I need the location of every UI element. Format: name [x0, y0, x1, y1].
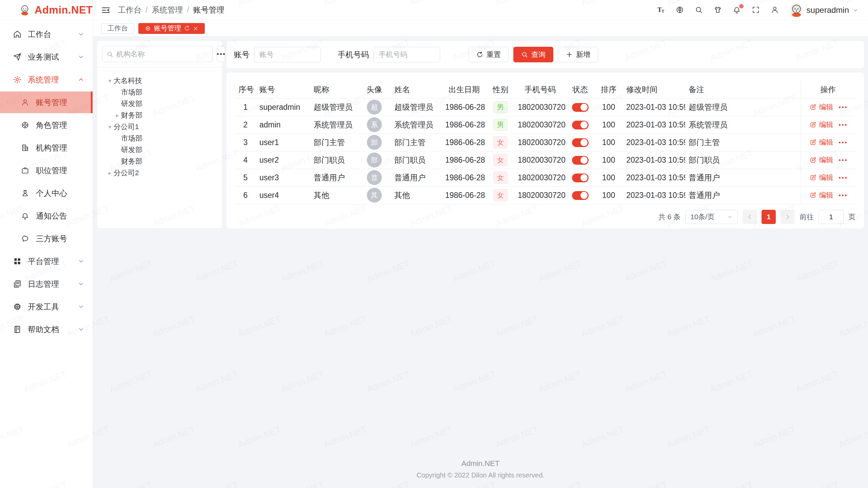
sidebar-subitem-1[interactable]: 角色管理	[0, 114, 93, 136]
breadcrumb-item[interactable]: 账号管理	[193, 5, 224, 15]
nickname-cell: 其他	[310, 186, 358, 204]
avatar: 其	[367, 188, 382, 203]
person-icon[interactable]	[771, 6, 780, 15]
sidebar-subitem-0[interactable]: 账号管理	[0, 92, 93, 113]
tree-node-研发部[interactable]: 研发部	[100, 144, 219, 156]
tree-node-市场部[interactable]: 市场部	[100, 133, 219, 144]
status-toggle[interactable]	[572, 156, 589, 165]
edit-button[interactable]: 编辑	[810, 155, 833, 165]
status-cell	[566, 169, 594, 186]
user-avatar	[790, 3, 803, 17]
edit-icon	[810, 192, 816, 199]
edit-button[interactable]: 编辑	[810, 173, 833, 182]
breadcrumb-separator: /	[145, 5, 147, 15]
more-actions-button[interactable]	[839, 159, 847, 161]
sidebar-subitem-5[interactable]: 通知公告	[0, 205, 93, 227]
sidebar-subitem-6[interactable]: 三方账号	[0, 228, 93, 249]
more-actions-button[interactable]	[839, 195, 847, 196]
tree-node-财务部[interactable]: 财务部	[100, 156, 219, 167]
breadcrumb-item[interactable]: 系统管理	[152, 5, 183, 15]
tree-node-分公司1[interactable]: ▾分公司1	[100, 121, 219, 133]
status-toggle[interactable]	[572, 191, 589, 200]
sidebar-item-label: 平台管理	[28, 256, 78, 267]
phone-cell: 18020030720	[514, 98, 566, 116]
sidebar-item-0[interactable]: 工作台	[0, 23, 93, 45]
bell-icon	[21, 212, 30, 220]
language-icon[interactable]	[676, 6, 685, 15]
chevron-down-icon	[78, 31, 84, 38]
tree-node-财务部[interactable]: ▸财务部	[100, 109, 219, 121]
breadcrumb-item[interactable]: 工作台	[118, 5, 141, 15]
remark-cell: 部门职员	[685, 151, 801, 169]
status-cell	[566, 116, 594, 134]
page-number-button[interactable]: 1	[762, 210, 776, 224]
tree-node-市场部[interactable]: 市场部	[100, 86, 219, 98]
status-toggle[interactable]	[572, 138, 589, 147]
more-actions-button[interactable]	[839, 177, 847, 179]
goto-page-input[interactable]	[818, 210, 844, 224]
notification-icon[interactable]	[733, 6, 742, 15]
edit-button[interactable]: 编辑	[810, 102, 833, 112]
sidebar-item-5[interactable]: 开发工具	[0, 296, 93, 318]
sidebar-item-6[interactable]: 帮助文档	[0, 319, 93, 340]
reset-button[interactable]: 重置	[469, 47, 509, 62]
sidebar-item-3[interactable]: 平台管理	[0, 250, 93, 272]
phone-input[interactable]	[374, 47, 440, 62]
sidebar-subitem-3[interactable]: 职位管理	[0, 160, 93, 181]
sidebar-item-1[interactable]: 业务测试	[0, 46, 93, 68]
tab-工作台[interactable]: 工作台	[101, 23, 134, 34]
avatar-cell: 部	[358, 151, 391, 169]
org-search-input[interactable]	[116, 50, 208, 58]
page-size-select[interactable]: 10条/页	[685, 210, 738, 224]
user-menu[interactable]: superadmin	[790, 3, 859, 17]
tree-node-大名科技[interactable]: ▾大名科技	[100, 75, 219, 86]
gender-cell: 女	[487, 151, 514, 169]
status-toggle[interactable]	[572, 121, 589, 129]
next-page-button[interactable]	[781, 210, 795, 224]
more-actions-button[interactable]	[839, 124, 847, 126]
column-header-修改时间: 修改时间	[623, 81, 685, 98]
sidebar-item-2[interactable]: 系统管理	[0, 69, 93, 90]
sidebar-subitem-4[interactable]: 个人中心	[0, 182, 93, 204]
brand-logo[interactable]: Admin.NET	[0, 0, 93, 20]
edit-button[interactable]: 编辑	[810, 190, 833, 200]
tab-账号管理[interactable]: 账号管理	[138, 23, 205, 34]
status-toggle[interactable]	[572, 174, 589, 182]
fullscreen-icon[interactable]	[752, 6, 761, 15]
tree-node-研发部[interactable]: 研发部	[100, 98, 219, 109]
theme-icon[interactable]	[714, 6, 723, 15]
add-button[interactable]: 新增	[558, 47, 598, 62]
birthday-cell: 1986-06-28	[442, 116, 487, 134]
active-dot-icon	[145, 25, 151, 32]
role-icon	[21, 121, 30, 129]
status-toggle[interactable]	[572, 103, 589, 112]
font-size-icon[interactable]: TT	[657, 6, 666, 15]
edit-button[interactable]: 编辑	[810, 138, 833, 147]
status-cell	[566, 151, 594, 169]
sidebar-item-4[interactable]: 日志管理	[0, 273, 93, 295]
prev-page-button[interactable]	[743, 210, 757, 224]
more-actions-button[interactable]	[839, 142, 847, 143]
sidebar-subitem-label: 机构管理	[36, 143, 84, 153]
query-button[interactable]: 查询	[513, 47, 553, 62]
index-cell: 3	[235, 134, 256, 151]
sidebar-subitem-2[interactable]: 机构管理	[0, 137, 93, 159]
tree-node-分公司2[interactable]: ▸分公司2	[100, 167, 219, 179]
home-icon	[13, 30, 22, 39]
sidebar: Admin.NET 工作台业务测试系统管理账号管理角色管理机构管理职位管理个人中…	[0, 0, 93, 488]
org-more-button[interactable]	[217, 46, 225, 62]
edit-button[interactable]: 编辑	[810, 120, 833, 129]
table-header-row: 序号账号昵称头像姓名出生日期性别手机号码状态排序修改时间备注操作	[235, 81, 855, 98]
sidebar-subitem-label: 职位管理	[36, 165, 84, 176]
column-header-手机号码: 手机号码	[514, 81, 566, 98]
search-icon[interactable]	[695, 6, 704, 15]
menu-collapse-icon[interactable]	[101, 5, 111, 15]
tree-node-label: 分公司1	[114, 122, 139, 131]
more-actions-button[interactable]	[839, 106, 847, 108]
tab-close-icon[interactable]	[193, 26, 198, 31]
name-cell: 部门职员	[391, 151, 442, 169]
index-cell: 4	[235, 151, 256, 169]
tab-refresh-icon[interactable]	[184, 25, 190, 31]
account-input[interactable]	[254, 47, 321, 62]
column-header-备注: 备注	[685, 81, 801, 98]
